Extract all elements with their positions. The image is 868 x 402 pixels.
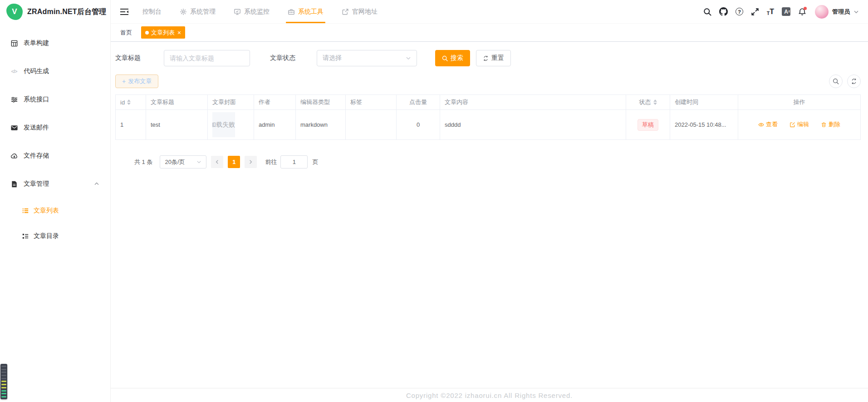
broken-image-placeholder: 加载失败 — [212, 112, 235, 137]
view-button[interactable]: 查看 — [758, 120, 778, 129]
font-size-button[interactable]: TT — [767, 8, 774, 16]
search-button[interactable]: 搜索 — [435, 50, 470, 66]
article-title-input[interactable] — [164, 50, 250, 66]
sidebar-item-system-api[interactable]: 系统接口 — [0, 85, 110, 114]
sidebar-item-article-list[interactable]: 文章列表 — [0, 198, 110, 223]
page-number-button[interactable]: 1 — [228, 156, 240, 168]
toggle-search-button[interactable] — [829, 74, 843, 88]
sidebar-item-label: 发送邮件 — [24, 124, 49, 132]
delete-button[interactable]: 删除 — [821, 120, 840, 129]
article-status-select[interactable]: 请选择 — [317, 50, 417, 66]
chevron-down-icon — [196, 159, 201, 164]
sidebar-item-label: 文章管理 — [24, 180, 49, 188]
next-page-button[interactable] — [245, 156, 257, 168]
sidebar-item-file-storage[interactable]: 文件存储 — [0, 142, 110, 170]
sort-carets-icon[interactable] — [653, 99, 657, 105]
top-item-system-monitor[interactable]: 系统监控 — [234, 0, 270, 23]
external-link-icon — [342, 8, 349, 15]
sidebar: V ZRAdmin.NET后台管理 表单构建 </> 代码生成 系统接口 — [0, 0, 111, 402]
col-content: 文章内容 — [440, 95, 626, 110]
copyright-text: Copyright ©2022 izhaorui.cn All Rights R… — [406, 392, 573, 399]
github-button[interactable] — [719, 7, 728, 16]
table-row: 1 test 加载失败 admin markdown 0 sdddd 草稿 — [116, 110, 861, 140]
page-size-select[interactable]: 20条/页 — [160, 155, 206, 169]
toolbox-icon — [288, 8, 295, 15]
chevron-down-icon — [406, 55, 411, 61]
col-tags: 标签 — [346, 95, 397, 110]
refresh-table-button[interactable] — [847, 74, 861, 88]
code-icon: </> — [10, 67, 18, 75]
sidebar-item-label: 文章列表 — [34, 207, 59, 215]
fullscreen-button[interactable] — [751, 8, 759, 16]
article-table: id 文章标题 文章封面 作者 编辑器类型 标签 点击量 文章内容 状态 — [115, 94, 861, 140]
sidebar-item-label: 文件存储 — [24, 152, 49, 160]
select-placeholder: 请选择 — [323, 54, 342, 62]
goto-label: 前往 — [265, 158, 277, 166]
reset-button[interactable]: 重置 — [476, 50, 511, 66]
cell-created-at: 2022-05-15 10:48... — [670, 110, 738, 140]
cell-cover: 加载失败 — [208, 110, 254, 140]
chevron-right-icon — [248, 159, 253, 164]
tab-label: 文章列表 — [151, 29, 175, 37]
mail-icon — [10, 124, 18, 132]
col-status[interactable]: 状态 — [626, 95, 670, 110]
page-content: 文章标题 文章状态 请选择 搜索 重置 — [111, 42, 868, 388]
language-icon: A z — [782, 7, 790, 16]
sidebar-item-form-builder[interactable]: 表单构建 — [0, 29, 110, 57]
notifications-button[interactable] — [798, 8, 806, 16]
form-grid-icon — [10, 39, 18, 47]
active-dot-icon — [145, 31, 149, 35]
top-item-official-site[interactable]: 官网地址 — [342, 0, 378, 23]
cell-status: 草稿 — [626, 110, 670, 140]
help-button[interactable]: ? — [736, 8, 743, 15]
language-button[interactable]: A z — [782, 7, 790, 16]
table-header-row: id 文章标题 文章封面 作者 编辑器类型 标签 点击量 文章内容 状态 — [116, 95, 861, 110]
top-item-system-manage[interactable]: 系统管理 — [180, 0, 216, 23]
eye-icon — [758, 122, 764, 128]
status-meter-widget[interactable] — [0, 364, 7, 399]
sort-carets-icon[interactable] — [127, 99, 131, 105]
tab-home[interactable]: 首页 — [120, 29, 132, 37]
top-item-system-tools[interactable]: 系统工具 — [288, 0, 324, 23]
app-title: ZRAdmin.NET后台管理 — [27, 7, 107, 17]
edit-icon — [790, 122, 795, 128]
article-title-label: 文章标题 — [115, 54, 164, 62]
publish-article-button[interactable]: + 发布文章 — [115, 74, 158, 88]
cell-author: admin — [254, 110, 296, 140]
monitor-icon — [234, 8, 241, 15]
goto-page-input[interactable] — [280, 155, 308, 169]
sidebar-item-label: 文章目录 — [34, 232, 59, 240]
col-editor-type: 编辑器类型 — [296, 95, 346, 110]
cloud-upload-icon — [10, 152, 18, 160]
sidebar-item-article-manage[interactable]: 文章管理 — [0, 170, 110, 198]
cell-editor-type: markdown — [296, 110, 346, 140]
col-title: 文章标题 — [146, 95, 208, 110]
col-cover: 文章封面 — [208, 95, 254, 110]
col-clicks: 点击量 — [397, 95, 440, 110]
question-icon: ? — [736, 8, 743, 15]
top-item-label: 控制台 — [142, 8, 162, 16]
sidebar-item-send-mail[interactable]: 发送邮件 — [0, 114, 110, 142]
cell-title: test — [146, 110, 208, 140]
main-column: 控制台 系统管理 系统监控 — [111, 0, 868, 402]
header-search-button[interactable] — [703, 8, 711, 16]
user-name: 管理员 — [832, 8, 850, 16]
sidebar-collapse-button[interactable] — [120, 8, 129, 16]
col-id[interactable]: id — [116, 95, 146, 110]
sidebar-item-article-catalog[interactable]: 文章目录 — [0, 223, 110, 249]
user-menu[interactable]: 管理员 — [815, 5, 859, 19]
edit-button[interactable]: 编辑 — [790, 120, 809, 129]
col-actions: 操作 — [738, 95, 861, 110]
notification-badge — [804, 7, 807, 10]
font-size-large-glyph: T — [770, 8, 774, 16]
sidebar-item-code-gen[interactable]: </> 代码生成 — [0, 57, 110, 85]
document-icon — [10, 180, 18, 188]
tab-article-list[interactable]: 文章列表 × — [141, 26, 185, 39]
pagination-total: 共 1 条 — [134, 158, 152, 166]
prev-page-button[interactable] — [211, 156, 223, 168]
cell-tags — [346, 110, 397, 140]
close-icon[interactable]: × — [177, 30, 181, 36]
top-item-label: 系统管理 — [190, 8, 216, 16]
tags-view: 首页 文章列表 × — [111, 24, 868, 42]
top-item-console[interactable]: 控制台 — [142, 0, 162, 23]
